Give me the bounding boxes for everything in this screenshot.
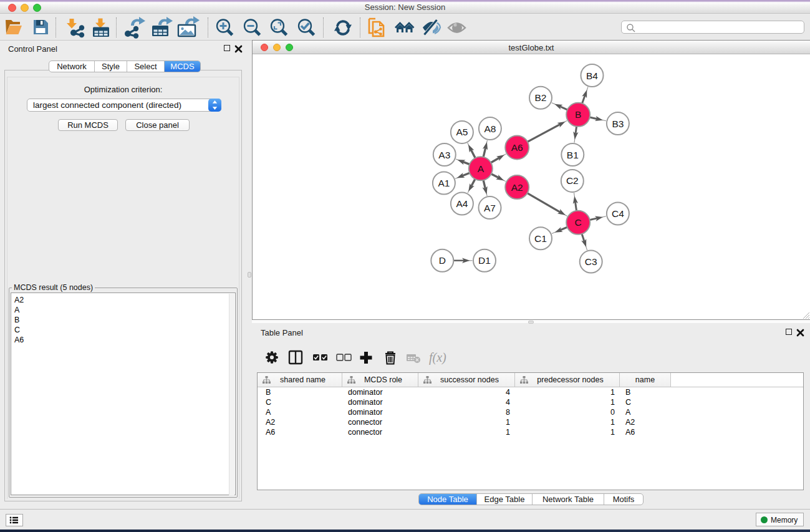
svg-text:A2: A2	[511, 182, 523, 193]
svg-text:C3: C3	[585, 256, 597, 267]
svg-text:f(x): f(x)	[429, 351, 446, 365]
svg-text:D: D	[439, 255, 446, 266]
svg-text:A5: A5	[456, 127, 468, 137]
svg-text:A7: A7	[484, 203, 496, 213]
svg-text:A: A	[478, 163, 485, 174]
svg-text:B1: B1	[567, 150, 579, 160]
svg-text:B2: B2	[535, 92, 547, 103]
svg-text:A4: A4	[456, 198, 468, 209]
svg-text:C1: C1	[534, 233, 547, 244]
svg-text:A6: A6	[511, 142, 523, 153]
svg-text:C: C	[575, 217, 582, 228]
svg-text:A8: A8	[484, 123, 496, 134]
svg-text:C4: C4	[612, 208, 624, 219]
svg-text:A3: A3	[438, 150, 450, 160]
svg-text:A1: A1	[438, 178, 450, 188]
svg-text:B4: B4	[586, 70, 598, 81]
svg-text:C2: C2	[566, 175, 579, 186]
svg-text:D1: D1	[478, 255, 491, 266]
svg-text:B3: B3	[612, 118, 624, 129]
svg-text:B: B	[575, 109, 581, 120]
